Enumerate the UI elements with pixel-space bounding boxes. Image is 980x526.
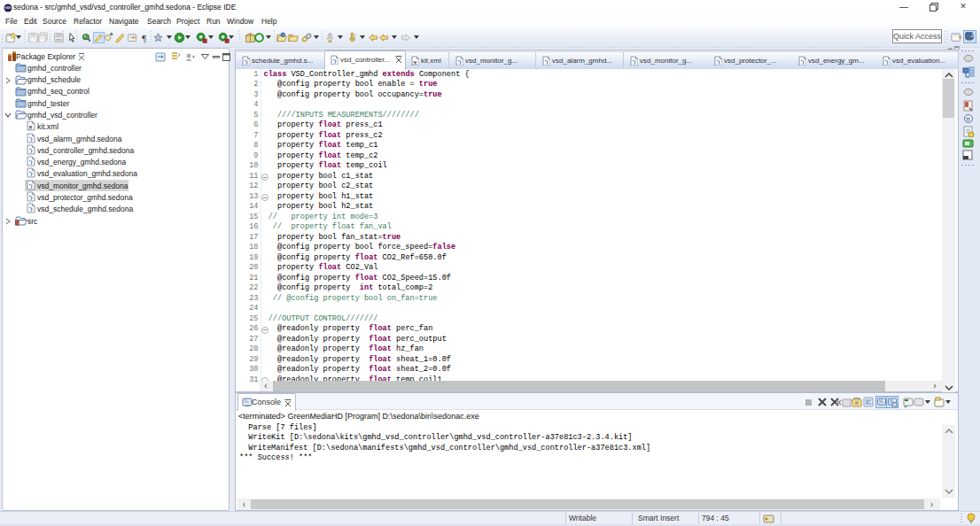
svg-text:π: π <box>966 116 970 122</box>
svg-text:¶: ¶ <box>142 34 146 43</box>
svg-text:J: J <box>970 32 973 38</box>
